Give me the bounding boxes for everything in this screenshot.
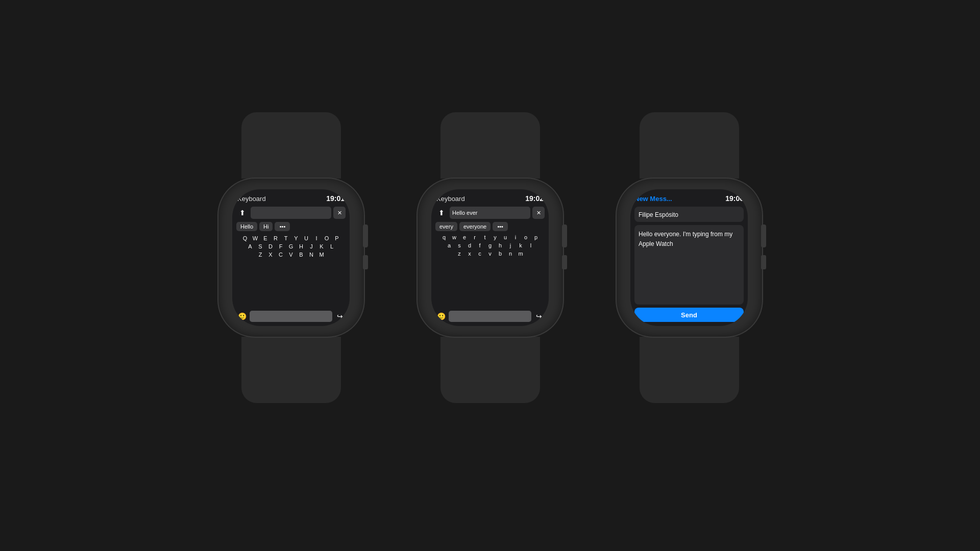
- key-R[interactable]: R: [272, 235, 280, 241]
- watch-2-typed-text: Hello ever: [452, 210, 478, 216]
- watch-2-suggestion-more[interactable]: •••: [493, 222, 508, 231]
- watch-1-band-top: [241, 112, 341, 179]
- key2-m[interactable]: m: [517, 251, 525, 257]
- key-H[interactable]: H: [297, 243, 306, 249]
- watch-2-key-row-3: z x c v b n m: [455, 251, 525, 257]
- key2-u[interactable]: u: [501, 234, 510, 240]
- watch-2-band-bottom: [440, 337, 540, 403]
- watch-2-delete-btn[interactable]: ✕: [532, 207, 545, 219]
- watch-2-key-row-2: a s d f g h j k l: [445, 242, 535, 248]
- watch-2-body: Keyboard 19:02 ⬆ Hello ever ✕ every ever…: [418, 179, 563, 337]
- watch-2-suggestion-everyone[interactable]: everyone: [459, 222, 491, 231]
- watch-1-suggestion-hi[interactable]: Hi: [259, 222, 273, 231]
- key-F[interactable]: F: [277, 243, 285, 249]
- watch-3-body: New Mess... 19:06 Filipe Espósito Hello …: [617, 179, 762, 337]
- watch-3-screen-content: New Mess... 19:06 Filipe Espósito Hello …: [630, 189, 748, 326]
- key-G[interactable]: G: [287, 243, 296, 249]
- key-C[interactable]: C: [277, 252, 285, 258]
- key2-l[interactable]: l: [527, 242, 535, 248]
- key2-z[interactable]: z: [455, 251, 464, 257]
- watch-1-delete-btn[interactable]: ✕: [333, 207, 346, 219]
- watch-2-side-btn: [562, 255, 567, 269]
- key-N[interactable]: N: [307, 252, 316, 258]
- watch-1-shift-btn[interactable]: ⬆: [236, 207, 249, 219]
- watch-2-emoji-btn[interactable]: 🙂: [435, 311, 447, 322]
- key-E[interactable]: E: [261, 235, 270, 241]
- key-X[interactable]: X: [266, 252, 275, 258]
- key2-q[interactable]: q: [440, 234, 449, 240]
- key-K[interactable]: K: [317, 243, 326, 249]
- watch-2: Keyboard 19:02 ⬆ Hello ever ✕ every ever…: [411, 112, 569, 439]
- key-U[interactable]: U: [302, 235, 311, 241]
- watch-2-band-top: [440, 112, 540, 179]
- key2-r[interactable]: r: [471, 234, 479, 240]
- key-J[interactable]: J: [307, 243, 316, 249]
- watch-3-band-bottom: [640, 337, 739, 403]
- key-O[interactable]: O: [323, 235, 331, 241]
- watch-3-message-body: Hello everyone. I'm typing from my Apple…: [634, 225, 744, 305]
- key2-v[interactable]: v: [486, 251, 495, 257]
- key2-j[interactable]: j: [506, 242, 515, 248]
- key2-i[interactable]: i: [511, 234, 520, 240]
- key-Q[interactable]: Q: [241, 235, 250, 241]
- key-M[interactable]: M: [317, 252, 326, 258]
- key2-k[interactable]: k: [517, 242, 525, 248]
- key2-b[interactable]: b: [496, 251, 505, 257]
- key2-o[interactable]: o: [522, 234, 530, 240]
- watch-2-header: Keyboard 19:02: [435, 194, 545, 203]
- watch-1-send-arrow[interactable]: ↪: [334, 311, 346, 322]
- key2-c[interactable]: c: [476, 251, 484, 257]
- watch-2-title: Keyboard: [436, 195, 465, 203]
- key2-n[interactable]: n: [506, 251, 515, 257]
- watch-2-space-bar[interactable]: [449, 311, 531, 322]
- watch-2-send-arrow[interactable]: ↪: [533, 311, 545, 322]
- watch-1-suggestion-hello[interactable]: Hello: [236, 222, 257, 231]
- key2-p[interactable]: p: [532, 234, 541, 240]
- watch-2-suggestion-every[interactable]: every: [435, 222, 457, 231]
- key2-t[interactable]: t: [481, 234, 489, 240]
- watch-1-text-field[interactable]: [251, 207, 331, 219]
- key-L[interactable]: L: [328, 243, 336, 249]
- key2-d[interactable]: d: [465, 242, 474, 248]
- watch-2-screen: Keyboard 19:02 ⬆ Hello ever ✕ every ever…: [431, 189, 549, 326]
- watch-2-shift-btn[interactable]: ⬆: [435, 207, 448, 219]
- watch-1-screen-content: Keyboard 19:01 ⬆ ✕ Hello Hi •••: [232, 189, 350, 326]
- watch-3-recipient-row: Filipe Espósito: [634, 207, 744, 222]
- key2-e[interactable]: e: [460, 234, 469, 240]
- key2-x[interactable]: x: [465, 251, 474, 257]
- watch-3-screen: New Mess... 19:06 Filipe Espósito Hello …: [630, 189, 748, 326]
- watch-3: New Mess... 19:06 Filipe Espósito Hello …: [610, 112, 768, 439]
- key-A[interactable]: A: [246, 243, 255, 249]
- watch-2-crown: [562, 224, 567, 247]
- key2-a[interactable]: a: [445, 242, 454, 248]
- watch-3-band-top: [640, 112, 739, 179]
- key-Z[interactable]: Z: [256, 252, 265, 258]
- key-P[interactable]: P: [333, 235, 341, 241]
- key2-y[interactable]: y: [491, 234, 500, 240]
- key-W[interactable]: W: [251, 235, 260, 241]
- watch-1-time: 19:01: [326, 194, 345, 203]
- key-S[interactable]: S: [256, 243, 265, 249]
- watch-1-emoji-btn[interactable]: 🙂: [236, 311, 248, 322]
- watch-3-time: 19:06: [725, 194, 744, 203]
- watch-2-text-field[interactable]: Hello ever: [450, 207, 530, 219]
- watch-1-body: Keyboard 19:01 ⬆ ✕ Hello Hi •••: [218, 179, 364, 337]
- key-D[interactable]: D: [266, 243, 275, 249]
- watch-3-title: New Mess...: [634, 195, 672, 203]
- watch-1-crown: [363, 224, 368, 247]
- key2-f[interactable]: f: [476, 242, 484, 248]
- key2-w[interactable]: w: [450, 234, 459, 240]
- key-V[interactable]: V: [287, 252, 296, 258]
- watch-1-suggestion-more[interactable]: •••: [275, 222, 290, 231]
- watch-1-space-bar[interactable]: [250, 311, 332, 322]
- watch-1-keyboard-bottom: 🙂 ↪: [236, 311, 346, 322]
- key2-g[interactable]: g: [486, 242, 495, 248]
- key2-s[interactable]: s: [455, 242, 464, 248]
- key-B[interactable]: B: [297, 252, 306, 258]
- watch-2-keyboard-bottom: 🙂 ↪: [435, 311, 545, 322]
- watch-3-send-button[interactable]: Send: [634, 308, 744, 322]
- key-I[interactable]: I: [312, 235, 321, 241]
- key-T[interactable]: T: [282, 235, 290, 241]
- key2-h[interactable]: h: [496, 242, 505, 248]
- key-Y[interactable]: Y: [292, 235, 301, 241]
